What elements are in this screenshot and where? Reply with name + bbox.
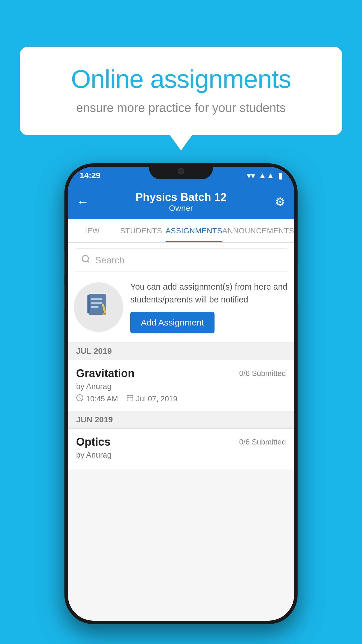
promo-right: You can add assignment(s) from here and …	[130, 281, 288, 333]
optics-author: by Anurag	[76, 451, 286, 460]
notebook-icon	[85, 291, 112, 323]
optics-top: Optics 0/6 Submitted	[76, 436, 286, 448]
search-icon	[81, 254, 90, 266]
svg-rect-3	[87, 295, 90, 314]
add-assignment-button[interactable]: Add Assignment	[130, 312, 215, 333]
settings-button[interactable]: ⚙	[268, 195, 285, 209]
battery-icon: ▮	[278, 171, 282, 181]
wifi-icon: ▾▾	[247, 171, 255, 181]
tab-overview[interactable]: IEW	[68, 219, 117, 242]
section-jun-2019: JUN 2019	[68, 411, 294, 429]
svg-rect-5	[91, 302, 103, 304]
speech-bubble-container: Online assignments ensure more practice …	[20, 47, 342, 135]
content-area: Search	[68, 243, 294, 470]
submitted-count: 0/6 Submitted	[239, 369, 286, 378]
status-icons: ▾▾ ▲▲ ▮	[247, 171, 282, 181]
clock-icon	[76, 394, 84, 404]
search-placeholder: Search	[95, 255, 124, 266]
front-camera	[178, 168, 184, 174]
speech-bubble-subtitle: ensure more practice for your students	[40, 101, 322, 115]
assignment-author: by Anurag	[76, 382, 286, 391]
phone-notch	[149, 163, 213, 179]
assignment-top: Gravitation 0/6 Submitted	[76, 367, 286, 380]
signal-icon: ▲▲	[259, 171, 275, 180]
svg-line-1	[87, 261, 89, 262]
volume-down-button[interactable]	[64, 286, 65, 309]
status-time: 14:29	[80, 171, 101, 180]
svg-point-0	[82, 256, 88, 262]
tab-assignments[interactable]: ASSIGNMENTS	[166, 219, 222, 242]
tab-bar: IEW STUDENTS ASSIGNMENTS ANNOUNCEMENTS	[68, 219, 294, 243]
tab-students[interactable]: STUDENTS	[117, 219, 165, 242]
phone-frame: 14:29 ▾▾ ▲▲ ▮ ← Physics Batch 12 Owner ⚙	[64, 163, 298, 624]
back-icon: ←	[77, 195, 89, 209]
promo-icon-circle	[74, 282, 123, 332]
assignment-time: 10:45 AM	[76, 394, 118, 404]
tab-announcements[interactable]: ANNOUNCEMENTS	[222, 219, 294, 242]
speech-bubble: Online assignments ensure more practice …	[20, 47, 342, 135]
svg-rect-4	[91, 298, 103, 300]
phone-screen: 14:29 ▾▾ ▲▲ ▮ ← Physics Batch 12 Owner ⚙	[68, 167, 294, 621]
search-bar[interactable]: Search	[74, 249, 288, 272]
calendar-icon	[126, 394, 134, 404]
back-button[interactable]: ←	[77, 195, 94, 209]
svg-rect-6	[91, 306, 99, 308]
assignment-date: Jul 07, 2019	[126, 394, 178, 404]
header-center: Physics Batch 12 Owner	[94, 191, 268, 213]
section-jul-2019: JUL 2019	[68, 342, 294, 360]
assignment-time-value: 10:45 AM	[86, 394, 118, 403]
promo-description: You can add assignment(s) from here and …	[130, 281, 288, 306]
assignment-date-value: Jul 07, 2019	[136, 394, 178, 403]
svg-rect-10	[127, 395, 133, 401]
volume-up-button[interactable]	[64, 251, 65, 274]
assignment-item-optics[interactable]: Optics 0/6 Submitted by Anurag	[68, 429, 294, 470]
batch-subtitle: Owner	[94, 204, 268, 213]
power-button[interactable]	[297, 265, 298, 303]
gear-icon: ⚙	[275, 195, 285, 208]
optics-name: Optics	[76, 436, 110, 448]
assignment-name: Gravitation	[76, 367, 135, 380]
app-header: ← Physics Batch 12 Owner ⚙	[68, 184, 294, 219]
assignment-meta: 10:45 AM Jul 07, 2019	[76, 394, 286, 404]
batch-title: Physics Batch 12	[94, 191, 268, 204]
assignment-item[interactable]: Gravitation 0/6 Submitted by Anurag 10:4…	[68, 360, 294, 411]
optics-submitted: 0/6 Submitted	[239, 438, 286, 447]
speech-bubble-title: Online assignments	[40, 64, 322, 94]
add-assignment-promo: You can add assignment(s) from here and …	[68, 272, 294, 342]
